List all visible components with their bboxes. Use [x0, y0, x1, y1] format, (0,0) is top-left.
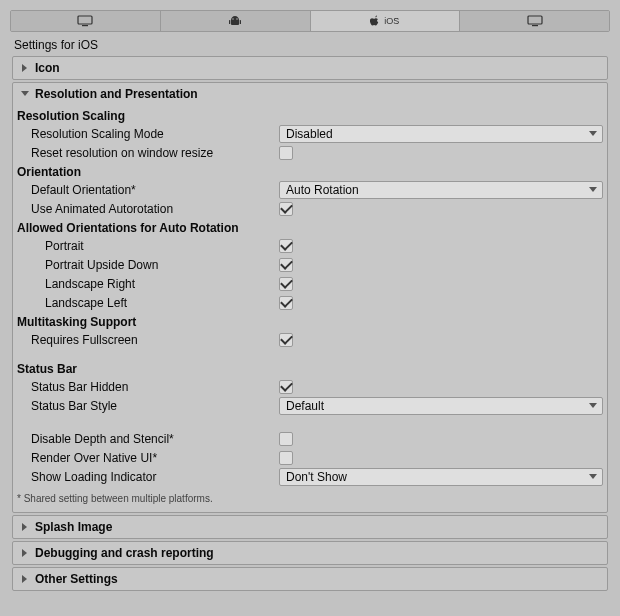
- use-animated-autorotation-label: Use Animated Autorotation: [17, 202, 279, 216]
- status-bar-header: Status Bar: [17, 360, 603, 378]
- section-splash-title: Splash Image: [35, 520, 112, 534]
- tab-ios[interactable]: iOS: [311, 11, 461, 31]
- portrait-label: Portrait: [17, 239, 279, 253]
- disable-depth-stencil-checkbox[interactable]: [279, 432, 293, 446]
- apple-icon: [370, 15, 380, 27]
- monitor-icon: [77, 15, 93, 27]
- portrait-checkbox[interactable]: [279, 239, 293, 253]
- section-icon-title: Icon: [35, 61, 60, 75]
- svg-point-3: [236, 18, 237, 19]
- landscape-right-label: Landscape Right: [17, 277, 279, 291]
- svg-rect-1: [82, 25, 88, 26]
- portrait-upside-down-label: Portrait Upside Down: [17, 258, 279, 272]
- svg-rect-4: [229, 20, 230, 24]
- settings-title: Settings for iOS: [10, 34, 610, 54]
- reset-resolution-label: Reset resolution on window resize: [17, 146, 279, 160]
- orientation-header: Orientation: [17, 163, 603, 181]
- chevron-right-icon: [19, 547, 31, 559]
- shared-setting-note: * Shared setting between multiple platfo…: [17, 487, 603, 506]
- status-bar-style-dropdown[interactable]: Default: [279, 397, 603, 415]
- section-icon: Icon: [12, 56, 608, 80]
- section-debug: Debugging and crash reporting: [12, 541, 608, 565]
- svg-rect-5: [240, 20, 241, 24]
- svg-rect-0: [78, 16, 92, 24]
- disable-depth-stencil-label: Disable Depth and Stencil*: [17, 432, 279, 446]
- render-over-native-ui-label: Render Over Native UI*: [17, 451, 279, 465]
- svg-point-2: [232, 18, 233, 19]
- svg-rect-7: [532, 25, 538, 26]
- render-over-native-ui-checkbox[interactable]: [279, 451, 293, 465]
- status-bar-style-label: Status Bar Style: [17, 399, 279, 413]
- use-animated-autorotation-checkbox[interactable]: [279, 202, 293, 216]
- platform-tabs: iOS: [10, 10, 610, 32]
- landscape-left-label: Landscape Left: [17, 296, 279, 310]
- section-resolution-title: Resolution and Presentation: [35, 87, 198, 101]
- chevron-right-icon: [19, 521, 31, 533]
- resolution-scaling-mode-dropdown[interactable]: Disabled: [279, 125, 603, 143]
- multitasking-header: Multitasking Support: [17, 313, 603, 331]
- default-orientation-label: Default Orientation*: [17, 183, 279, 197]
- chevron-down-icon: [588, 185, 598, 195]
- chevron-down-icon: [588, 472, 598, 482]
- monitor-icon: [527, 15, 543, 27]
- section-resolution: Resolution and Presentation Resolution S…: [12, 82, 608, 513]
- chevron-down-icon: [19, 88, 31, 100]
- landscape-left-checkbox[interactable]: [279, 296, 293, 310]
- tab-android[interactable]: [161, 11, 311, 31]
- default-orientation-dropdown[interactable]: Auto Rotation: [279, 181, 603, 199]
- tab-standalone[interactable]: [11, 11, 161, 31]
- resolution-scaling-header: Resolution Scaling: [17, 107, 603, 125]
- player-settings-ios: iOS Settings for iOS Icon Resolution and…: [0, 0, 620, 616]
- section-other-title: Other Settings: [35, 572, 118, 586]
- section-other-header[interactable]: Other Settings: [13, 568, 607, 590]
- status-bar-hidden-checkbox[interactable]: [279, 380, 293, 394]
- svg-rect-6: [528, 16, 542, 24]
- section-other: Other Settings: [12, 567, 608, 591]
- section-icon-header[interactable]: Icon: [13, 57, 607, 79]
- chevron-down-icon: [588, 129, 598, 139]
- resolution-scaling-mode-label: Resolution Scaling Mode: [17, 127, 279, 141]
- tab-ios-label: iOS: [384, 16, 399, 26]
- portrait-upside-down-checkbox[interactable]: [279, 258, 293, 272]
- section-splash-header[interactable]: Splash Image: [13, 516, 607, 538]
- requires-fullscreen-label: Requires Fullscreen: [17, 333, 279, 347]
- tab-other-platform[interactable]: [460, 11, 609, 31]
- dropdown-value: Disabled: [286, 127, 333, 141]
- requires-fullscreen-checkbox[interactable]: [279, 333, 293, 347]
- chevron-right-icon: [19, 62, 31, 74]
- section-resolution-header[interactable]: Resolution and Presentation: [13, 83, 607, 105]
- dropdown-value: Auto Rotation: [286, 183, 359, 197]
- dropdown-value: Don't Show: [286, 470, 347, 484]
- allowed-orientations-header: Allowed Orientations for Auto Rotation: [17, 219, 603, 237]
- show-loading-indicator-label: Show Loading Indicator: [17, 470, 279, 484]
- chevron-down-icon: [588, 401, 598, 411]
- show-loading-indicator-dropdown[interactable]: Don't Show: [279, 468, 603, 486]
- chevron-right-icon: [19, 573, 31, 585]
- section-debug-title: Debugging and crash reporting: [35, 546, 214, 560]
- android-icon: [228, 14, 242, 28]
- section-splash: Splash Image: [12, 515, 608, 539]
- status-bar-hidden-label: Status Bar Hidden: [17, 380, 279, 394]
- landscape-right-checkbox[interactable]: [279, 277, 293, 291]
- dropdown-value: Default: [286, 399, 324, 413]
- section-debug-header[interactable]: Debugging and crash reporting: [13, 542, 607, 564]
- reset-resolution-checkbox[interactable]: [279, 146, 293, 160]
